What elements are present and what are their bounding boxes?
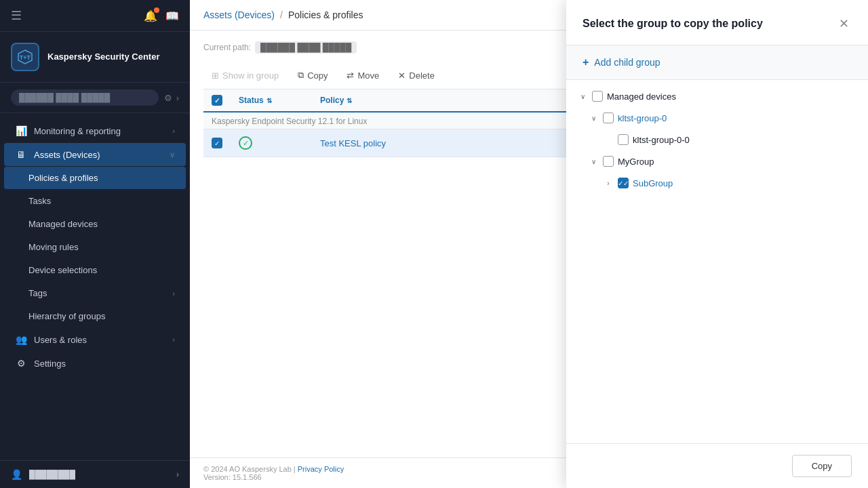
brand-name: Kaspersky Security Center	[47, 51, 159, 63]
plus-icon: +	[583, 56, 589, 68]
move-button[interactable]: ⇄ Move	[338, 66, 387, 85]
tree-checkbox-mygroup[interactable]	[603, 156, 614, 167]
sidebar-item-label: Device selections	[28, 265, 175, 275]
sidebar-item-tasks[interactable]: Tasks	[4, 190, 186, 212]
copyright-text: © 2024 AO Kaspersky Lab |	[203, 465, 296, 473]
panel-close-button[interactable]: ✕	[836, 14, 852, 34]
notifications-icon[interactable]: 🔔	[144, 9, 157, 22]
chevron-right-icon: ›	[172, 127, 175, 135]
add-child-group-button[interactable]: + Add child group	[566, 45, 868, 80]
hamburger-icon[interactable]: ☰	[11, 8, 22, 23]
tree-toggle-mygroup[interactable]: ∨	[588, 156, 599, 167]
sidebar-item-label: Tags	[28, 288, 165, 298]
tree-toggle-managed[interactable]: ∨	[577, 91, 588, 102]
sidebar-item-label: Settings	[34, 359, 175, 369]
sidebar-item-label: Managed devices	[28, 219, 175, 229]
policy-description: Kaspersky Endpoint Security 12.1 for Lin…	[212, 117, 367, 126]
sidebar-item-settings[interactable]: ⚙ Settings	[4, 352, 186, 375]
sidebar-item-label: Policies & profiles	[28, 173, 175, 183]
tree-item-mygroup[interactable]: ∨ MyGroup	[566, 150, 868, 172]
copy-button[interactable]: ⧉ Copy	[290, 66, 336, 85]
version-text: Version: 15.1.566	[203, 473, 262, 481]
sidebar-item-label: Users & roles	[34, 335, 165, 345]
sidebar-item-assets[interactable]: 🖥 Assets (Devices) ∨	[4, 143, 186, 166]
tree-label-mygroup: MyGroup	[618, 157, 654, 167]
tree-item-subgroup[interactable]: › ✓ SubGroup	[566, 172, 868, 194]
sort-icon: ⇅	[267, 97, 272, 104]
tree-checkbox-managed[interactable]	[592, 91, 603, 102]
current-path-value: ██████ ████ █████	[255, 41, 357, 54]
panel-copy-button[interactable]: Copy	[792, 455, 852, 477]
brand-logo-area: T+T Kaspersky Security Center	[0, 32, 190, 83]
sidebar-top-bar: ☰ 🔔 📖	[0, 0, 190, 32]
breadcrumb: Assets (Devices) / Policies & profiles	[203, 9, 363, 20]
sidebar-search-area: ██████ ████ █████ ⚙ ›	[0, 83, 190, 113]
assets-icon: 🖥	[15, 149, 27, 160]
tree-toggle-kltst0[interactable]: ∨	[588, 113, 599, 123]
copy-icon: ⧉	[298, 70, 304, 81]
add-child-label: Add child group	[594, 57, 660, 68]
select-all-checkbox[interactable]	[212, 95, 222, 106]
users-icon: 👥	[15, 334, 27, 345]
monitoring-icon: 📊	[15, 125, 27, 136]
panel-body: + Add child group ∨ Managed devices ∨ kl…	[566, 45, 868, 443]
sidebar: ☰ 🔔 📖 T+T Kaspersky Security Center ████…	[0, 0, 190, 488]
tree-item-kltst-group-0[interactable]: ∨ kltst-group-0	[566, 107, 868, 129]
chevron-right-icon: ›	[172, 336, 175, 344]
sidebar-item-managed-devices[interactable]: Managed devices	[4, 213, 186, 235]
sort-icon: ⇅	[347, 97, 352, 104]
tree-label-kltst0: kltst-group-0	[618, 113, 667, 123]
privacy-policy-link[interactable]: Privacy Policy	[298, 465, 344, 473]
tree-checkbox-subgroup[interactable]: ✓	[618, 178, 629, 188]
sidebar-item-monitoring[interactable]: 📊 Monitoring & reporting ›	[4, 119, 186, 142]
current-path-label: Current path:	[203, 43, 251, 52]
tree-label-subgroup: SubGroup	[633, 178, 673, 188]
sidebar-item-tags[interactable]: Tags ›	[4, 282, 186, 304]
tree-checkbox-kltst00[interactable]	[618, 134, 629, 145]
settings-icon: ⚙	[15, 358, 27, 369]
svg-text:T+T: T+T	[20, 54, 31, 61]
search-display[interactable]: ██████ ████ █████	[11, 89, 159, 106]
show-group-icon: ⊞	[212, 70, 219, 81]
panel-header: Select the group to copy the policy ✕	[566, 0, 868, 45]
sidebar-item-hierarchy[interactable]: Hierarchy of groups	[4, 305, 186, 327]
panel-title: Select the group to copy the policy	[583, 18, 763, 30]
status-column-header[interactable]: Status ⇅	[239, 96, 320, 105]
sidebar-item-label: Monitoring & reporting	[34, 126, 165, 136]
group-tree: ∨ Managed devices ∨ kltst-group-0 kltst-…	[566, 80, 868, 199]
sidebar-item-users[interactable]: 👥 Users & roles ›	[4, 328, 186, 351]
expand-search-icon[interactable]: ›	[176, 93, 179, 103]
breadcrumb-parent[interactable]: Assets (Devices)	[203, 9, 275, 20]
delete-button[interactable]: ✕ Delete	[390, 66, 443, 85]
move-icon: ⇄	[347, 70, 354, 81]
filter-icon[interactable]: ⚙	[164, 93, 172, 103]
sidebar-item-label: Assets (Devices)	[34, 150, 163, 160]
breadcrumb-separator: /	[280, 9, 283, 20]
panel-footer: Copy	[566, 443, 868, 488]
sidebar-item-label: Tasks	[28, 196, 175, 206]
tree-label-kltst00: kltst-group-0-0	[633, 135, 690, 145]
tree-item-managed-devices[interactable]: ∨ Managed devices	[566, 85, 868, 107]
sidebar-item-label: Moving rules	[28, 242, 175, 252]
row-checkbox[interactable]	[212, 138, 222, 148]
tree-item-kltst-group-0-0[interactable]: kltst-group-0-0	[566, 129, 868, 150]
tree-checkbox-kltst0[interactable]	[603, 113, 614, 123]
sidebar-item-policies[interactable]: Policies & profiles	[4, 167, 186, 189]
documentation-icon[interactable]: 📖	[165, 9, 179, 22]
sidebar-item-label: Hierarchy of groups	[28, 311, 175, 321]
sidebar-item-device-selections[interactable]: Device selections	[4, 259, 186, 281]
delete-icon: ✕	[398, 70, 406, 81]
sidebar-nav: 📊 Monitoring & reporting › 🖥 Assets (Dev…	[0, 113, 190, 460]
sidebar-item-moving-rules[interactable]: Moving rules	[4, 236, 186, 258]
copy-policy-panel: Select the group to copy the policy ✕ + …	[566, 0, 868, 488]
show-in-group-button[interactable]: ⊞ Show in group	[203, 66, 287, 85]
tree-toggle-subgroup[interactable]: ›	[603, 178, 614, 188]
username-label: ████████	[29, 470, 170, 479]
breadcrumb-current: Policies & profiles	[288, 9, 363, 20]
chevron-down-icon: ∨	[170, 150, 175, 159]
user-icon: 👤	[11, 469, 22, 480]
user-expand-icon[interactable]: ›	[176, 470, 179, 479]
sidebar-footer: 👤 ████████ ›	[0, 460, 190, 488]
main-content: Assets (Devices) / Policies & profiles C…	[190, 0, 868, 488]
status-ok-icon: ✓	[239, 136, 252, 150]
